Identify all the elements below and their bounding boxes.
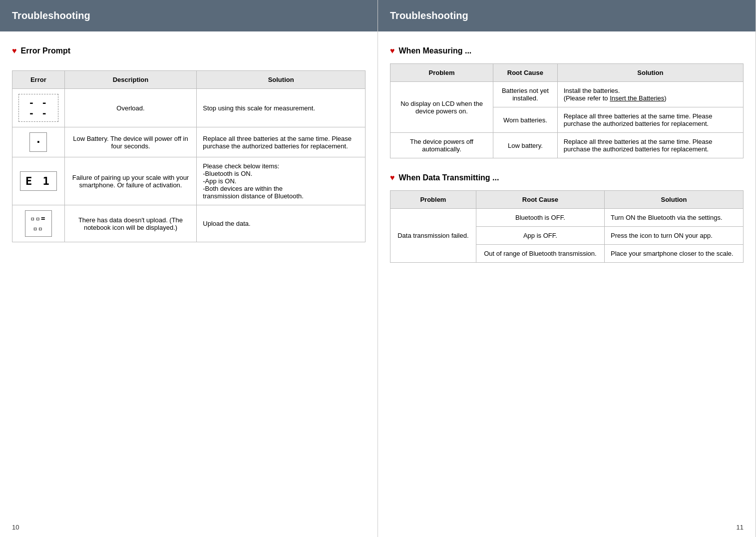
solution-cell: Press the icon to turn ON your app. xyxy=(605,227,744,245)
description-cell: Low Battery. The device will power off i… xyxy=(64,127,197,157)
table-row: - - - - Overload. Stop using this scale … xyxy=(12,89,366,127)
solution-cell: Turn ON the Bluetooth via the settings. xyxy=(605,209,744,227)
col-root-cause: Root Cause xyxy=(493,64,558,82)
col-error: Error xyxy=(12,71,65,89)
solution-cell: Replace all three batteries at the same … xyxy=(557,107,743,133)
root-cause-cell: Bluetooth is OFF. xyxy=(476,209,604,227)
right-page: Troubleshooting ♥ When Measuring ... Pro… xyxy=(378,0,756,537)
col-root-cause: Root Cause xyxy=(476,191,604,209)
table-row: E 1 Failure of pairing up your scale wit… xyxy=(12,157,366,205)
left-title: Troubleshooting xyxy=(12,10,90,21)
col-solution: Solution xyxy=(197,71,366,89)
right-page-header: Troubleshooting xyxy=(378,0,756,31)
description-cell: Failure of pairing up your scale with yo… xyxy=(64,157,197,205)
when-transmitting-table: Problem Root Cause Solution Data transmi… xyxy=(390,190,744,263)
root-cause-cell: Low battery. xyxy=(493,133,558,158)
page-number-left: 10 xyxy=(12,524,19,531)
solution-cell: Replace all three batteries at the same … xyxy=(197,127,366,157)
error-symbol-cell: - - - - xyxy=(12,89,65,127)
error-prompt-table: Error Description Solution - - - - Overl… xyxy=(12,70,366,242)
when-measuring-table: Problem Root Cause Solution No display o… xyxy=(390,63,744,158)
description-cell: There has data doesn't upload. (The note… xyxy=(64,205,197,242)
root-cause-cell: Batteries not yet installed. xyxy=(493,82,558,107)
when-transmitting-section-title: ♥ When Data Transmitting ... xyxy=(390,173,744,182)
col-solution: Solution xyxy=(605,191,744,209)
when-measuring-title: When Measuring ... xyxy=(399,46,472,55)
root-cause-cell: Worn batteries. xyxy=(493,107,558,133)
error-symbol-cell: ▫▫=▫▫ xyxy=(12,205,65,242)
table-row: The device powers off automatically. Low… xyxy=(390,133,744,158)
when-measuring-section-title: ♥ When Measuring ... xyxy=(390,46,744,55)
solution-cell: Replace all three batteries at the same … xyxy=(557,133,743,158)
table-row: No display on LCD when the device powers… xyxy=(390,82,744,107)
heart-icon: ♥ xyxy=(12,46,17,55)
col-description: Description xyxy=(64,71,197,89)
solution-cell: Upload the data. xyxy=(197,205,366,242)
notebook-symbol: ▫▫=▫▫ xyxy=(25,210,51,237)
solution-cell: Please check below items:-Bluetooth is O… xyxy=(197,157,366,205)
left-page-header: Troubleshooting xyxy=(0,0,378,31)
e1-symbol: E 1 xyxy=(20,171,57,191)
error-symbol-cell: E 1 xyxy=(12,157,65,205)
error-symbol-cell: · xyxy=(12,127,65,157)
problem-cell: The device powers off automatically. xyxy=(390,133,493,158)
table-row: Data transmission failed. Bluetooth is O… xyxy=(390,209,744,227)
problem-cell: Data transmission failed. xyxy=(390,209,476,263)
when-transmitting-title: When Data Transmitting ... xyxy=(399,173,499,182)
col-solution: Solution xyxy=(557,64,743,82)
description-cell: Overload. xyxy=(64,89,197,127)
solution-cell: Install the batteries.(Please refer to I… xyxy=(557,82,743,107)
solution-cell: Stop using this scale for measurement. xyxy=(197,89,366,127)
left-page: Troubleshooting ♥ Error Prompt Error Des… xyxy=(0,0,378,537)
dashed-symbol: - - - - xyxy=(18,94,58,122)
page-number-right: 11 xyxy=(737,524,744,531)
col-problem: Problem xyxy=(390,191,476,209)
table-row: · Low Battery. The device will power off… xyxy=(12,127,366,157)
table-row: ▫▫=▫▫ There has data doesn't upload. (Th… xyxy=(12,205,366,242)
right-title: Troubleshooting xyxy=(390,10,468,21)
dot-symbol: · xyxy=(29,132,47,152)
root-cause-cell: Out of range of Bluetooth transmission. xyxy=(476,245,604,263)
solution-cell: Place your smartphone closer to the scal… xyxy=(605,245,744,263)
error-prompt-title: Error Prompt xyxy=(21,46,71,55)
heart-icon-measuring: ♥ xyxy=(390,46,395,55)
root-cause-cell: App is OFF. xyxy=(476,227,604,245)
heart-icon-transmitting: ♥ xyxy=(390,173,395,182)
error-prompt-section-title: ♥ Error Prompt xyxy=(12,46,366,55)
col-problem: Problem xyxy=(390,64,493,82)
problem-cell: No display on LCD when the device powers… xyxy=(390,82,493,133)
